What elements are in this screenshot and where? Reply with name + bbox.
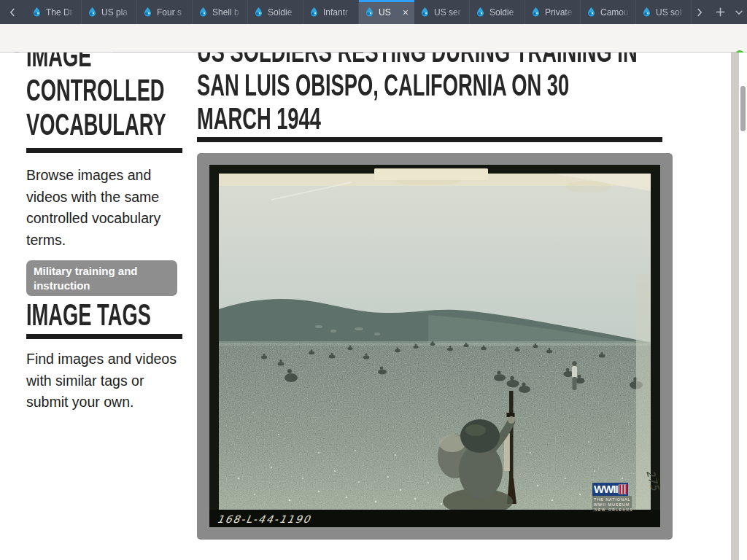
vocab-description: Browse images and videos with the same c… (26, 165, 182, 251)
photo-image (219, 174, 651, 515)
tab-bar: The Di US pla Four s Shell b Soldie Infa… (0, 0, 747, 24)
page-edge-strip (731, 52, 739, 560)
tab[interactable]: US ser (414, 0, 470, 24)
wwii-museum-watermark: WWII THE NATIONAL WWII MUSEUM NEW ORLEAN… (592, 483, 633, 512)
tab-title: Four s (157, 7, 187, 18)
paper-tab (374, 168, 488, 180)
tab-scroll-right-button[interactable] (690, 0, 709, 24)
helmet (460, 419, 500, 453)
drupal-favicon-icon (364, 7, 375, 18)
tab[interactable]: Camou (581, 0, 636, 24)
drupal-favicon-icon (142, 7, 153, 18)
drupal-favicon-icon (530, 7, 541, 18)
tab[interactable]: Infantr (303, 0, 359, 24)
tab[interactable]: The Di (26, 0, 82, 24)
photo-film-number: 168-L-44-1190 (216, 513, 312, 525)
tab-list-dropdown-button[interactable] (729, 0, 747, 24)
tab-title: Soldie (489, 7, 519, 18)
drupal-favicon-icon (31, 7, 42, 18)
watermark-line-3: NEW ORLEANS (595, 508, 633, 512)
drupal-favicon-icon (198, 7, 209, 18)
chevron-down-icon (734, 7, 744, 18)
tab-active[interactable]: US × (359, 0, 414, 24)
title-rule (197, 137, 662, 142)
tab-title: Private (545, 7, 575, 18)
tab-close-icon[interactable]: × (402, 7, 409, 18)
tab-title: Camou (600, 7, 630, 18)
drupal-favicon-icon (641, 7, 652, 18)
watermark-line-1: THE NATIONAL (594, 497, 630, 502)
watermark-line-2: WWII MUSEUM (594, 502, 630, 507)
vocab-tag-military-training[interactable]: Military training and instruction (26, 260, 177, 296)
tab[interactable]: Soldie (248, 0, 303, 24)
tab-title: Infantr (323, 7, 353, 18)
page-title: US SOLDIERS RESTING DURING TRAINING IN S… (197, 52, 673, 136)
heading-rule (26, 334, 182, 339)
soldiers-training-photo[interactable]: 168-L-44-1190 275 WWII THE NATIONAL WWII… (209, 165, 660, 527)
tab[interactable]: US sol (636, 0, 692, 24)
drupal-favicon-icon (419, 7, 430, 18)
drupal-favicon-icon (253, 7, 264, 18)
photo-frame[interactable]: 168-L-44-1190 275 WWII THE NATIONAL WWII… (197, 153, 673, 540)
watermark-logo-text: WWII (594, 483, 618, 495)
tab-title: The Di (46, 7, 76, 18)
tags-description: Find images and videos with similar tags… (26, 349, 182, 413)
scrollbar-thumb[interactable] (740, 86, 746, 131)
drupal-favicon-icon (475, 7, 486, 18)
tab[interactable]: Shell b (193, 0, 248, 24)
plus-icon (715, 7, 726, 18)
page-content: IMAGE CONTROLLED VOCABULARY Browse image… (0, 52, 747, 560)
drupal-favicon-icon (586, 7, 597, 18)
tab-title: US sol (656, 7, 686, 18)
drupal-favicon-icon (309, 7, 320, 18)
heading-rule (26, 148, 182, 153)
tab-title: Soldie (268, 7, 298, 18)
new-tab-button[interactable] (711, 0, 729, 24)
tab[interactable]: Private (525, 0, 581, 24)
navigation-toolbar: https://www.ww2online.org/image/us-sol 1… (0, 24, 747, 52)
drupal-favicon-icon (87, 7, 98, 18)
image-tags-heading: IMAGE TAGS (26, 298, 218, 332)
tab-scroll-left-button[interactable] (3, 0, 22, 24)
active-tab-indicator (359, 0, 414, 2)
tab-title: US pla (101, 7, 131, 18)
chevron-right-icon (694, 7, 705, 18)
tab[interactable]: Soldie (470, 0, 525, 24)
tab[interactable]: US pla (82, 0, 137, 24)
tab[interactable]: Four s (137, 0, 193, 24)
tab-title: Shell b (212, 7, 242, 18)
tab-title: US (379, 7, 398, 18)
chevron-left-icon (7, 7, 18, 18)
tab-title: US ser (434, 7, 464, 18)
